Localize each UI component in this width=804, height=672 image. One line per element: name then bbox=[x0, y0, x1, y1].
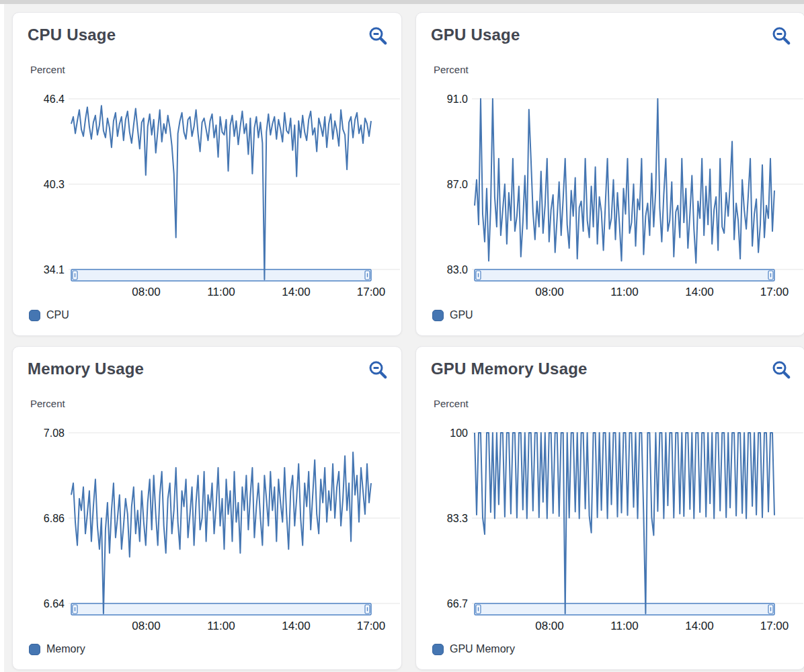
zoom-out-button[interactable] bbox=[770, 358, 793, 381]
x-axis-tick-label: 08:00 bbox=[535, 620, 564, 632]
y-axis-tick-label: 91.0 bbox=[447, 93, 468, 105]
time-range-slider-track[interactable] bbox=[475, 269, 774, 281]
y-axis-tick-label: 66.7 bbox=[447, 598, 468, 610]
legend-color-swatch bbox=[29, 310, 40, 321]
x-axis-tick-label: 17:00 bbox=[357, 620, 386, 632]
y-axis-tick-label: 34.1 bbox=[44, 264, 65, 276]
time-range-slider[interactable] bbox=[475, 269, 774, 281]
x-axis-tick-label: 14:00 bbox=[282, 286, 311, 298]
zoom-out-button[interactable] bbox=[366, 358, 389, 381]
y-axis-unit-label: Percent bbox=[434, 397, 804, 411]
chart-title: GPU Usage bbox=[431, 24, 520, 46]
y-axis-tick-label: 87.0 bbox=[447, 179, 468, 190]
x-axis-tick-label: 11:00 bbox=[610, 286, 638, 298]
chart-title: CPU Usage bbox=[28, 24, 116, 46]
top-edge-strip bbox=[0, 0, 804, 4]
x-axis-tick-label: 11:00 bbox=[207, 286, 235, 298]
time-range-slider-track[interactable] bbox=[475, 603, 774, 615]
y-axis-unit-label: Percent bbox=[30, 63, 401, 77]
legend-label: CPU bbox=[46, 309, 69, 321]
time-range-slider-track[interactable] bbox=[71, 603, 371, 615]
zoom-out-button[interactable] bbox=[366, 24, 389, 47]
magnifier-minus-icon bbox=[771, 26, 791, 46]
card-header: Memory Usage bbox=[13, 347, 401, 381]
chart-line-gpu-memory bbox=[475, 433, 774, 614]
card-header: GPU Usage bbox=[416, 13, 804, 47]
x-axis-tick-label: 14:00 bbox=[282, 620, 311, 632]
time-range-slider[interactable] bbox=[71, 603, 371, 615]
chart-card-gpu-memory-usage: GPU Memory Usage Percent 10083.366.708:0… bbox=[415, 346, 804, 670]
magnifier-minus-icon bbox=[771, 360, 791, 380]
y-axis-tick-label: 46.4 bbox=[44, 93, 65, 105]
magnifier-minus-icon bbox=[368, 26, 388, 46]
y-axis-tick-label: 83.3 bbox=[447, 513, 468, 524]
cpu-usage-chart: 46.440.334.108:0011:0014:0017:00 bbox=[25, 78, 401, 302]
time-range-slider[interactable] bbox=[71, 269, 371, 281]
x-axis-tick-label: 08:00 bbox=[132, 620, 161, 632]
magnifier-handle bbox=[784, 38, 789, 43]
gpu-usage-chart: 91.087.083.008:0011:0014:0017:00 bbox=[428, 78, 804, 302]
chart-card-gpu-usage: GPU Usage Percent 91.087.083.008:0011:00… bbox=[415, 12, 804, 336]
y-axis-tick-label: 6.64 bbox=[44, 598, 65, 610]
time-range-slider[interactable] bbox=[475, 603, 774, 615]
time-range-slider-track[interactable] bbox=[71, 269, 371, 281]
x-axis-tick-label: 08:00 bbox=[132, 286, 161, 298]
y-axis-tick-label: 83.0 bbox=[447, 264, 468, 276]
legend-label: GPU Memory bbox=[450, 643, 515, 655]
x-axis-tick-label: 11:00 bbox=[610, 620, 638, 632]
x-axis-tick-label: 17:00 bbox=[760, 620, 789, 632]
magnifier-handle bbox=[380, 372, 385, 377]
magnifier-handle bbox=[784, 372, 789, 377]
y-axis-tick-label: 40.3 bbox=[44, 179, 65, 190]
x-axis-tick-label: 17:00 bbox=[357, 286, 386, 298]
chart-title: Memory Usage bbox=[28, 358, 144, 380]
dashboard-grid: CPU Usage Percent 46.440.334.108:0011:00… bbox=[12, 12, 804, 670]
magnifier-minus-icon bbox=[368, 360, 388, 380]
chart-card-cpu-usage: CPU Usage Percent 46.440.334.108:0011:00… bbox=[12, 12, 402, 336]
legend-color-swatch bbox=[432, 644, 444, 655]
legend-label: Memory bbox=[46, 643, 85, 655]
x-axis-tick-label: 14:00 bbox=[685, 620, 714, 632]
y-axis-tick-label: 6.86 bbox=[44, 513, 65, 524]
x-axis-tick-label: 14:00 bbox=[685, 286, 714, 298]
gpu-memory-usage-chart: 10083.366.708:0011:0014:0017:00 bbox=[428, 412, 804, 636]
magnifier-handle bbox=[380, 38, 385, 43]
x-axis-tick-label: 17:00 bbox=[760, 286, 789, 298]
y-axis-tick-label: 7.08 bbox=[44, 427, 65, 439]
chart-card-memory-usage: Memory Usage Percent 7.086.866.6408:0011… bbox=[12, 346, 402, 670]
legend-item-cpu[interactable]: CPU bbox=[29, 309, 401, 321]
card-header: CPU Usage bbox=[13, 13, 401, 47]
y-axis-unit-label: Percent bbox=[30, 397, 401, 411]
legend-item-gpu[interactable]: GPU bbox=[432, 309, 804, 321]
legend-color-swatch bbox=[29, 644, 40, 655]
chart-line-cpu bbox=[71, 106, 371, 280]
x-axis-tick-label: 08:00 bbox=[535, 286, 564, 298]
left-edge-strip bbox=[0, 4, 4, 672]
zoom-out-button[interactable] bbox=[770, 24, 793, 47]
legend-item-memory[interactable]: Memory bbox=[29, 643, 401, 655]
x-axis-tick-label: 11:00 bbox=[207, 620, 235, 632]
chart-title: GPU Memory Usage bbox=[431, 358, 588, 380]
legend-color-swatch bbox=[432, 310, 444, 321]
y-axis-unit-label: Percent bbox=[434, 63, 804, 77]
legend-label: GPU bbox=[450, 309, 473, 321]
chart-line-memory bbox=[71, 452, 371, 614]
memory-usage-chart: 7.086.866.6408:0011:0014:0017:00 bbox=[25, 412, 401, 636]
card-header: GPU Memory Usage bbox=[416, 347, 804, 381]
chart-line-gpu bbox=[475, 99, 774, 263]
y-axis-tick-label: 100 bbox=[450, 427, 468, 439]
legend-item-gpu-memory[interactable]: GPU Memory bbox=[432, 643, 804, 655]
